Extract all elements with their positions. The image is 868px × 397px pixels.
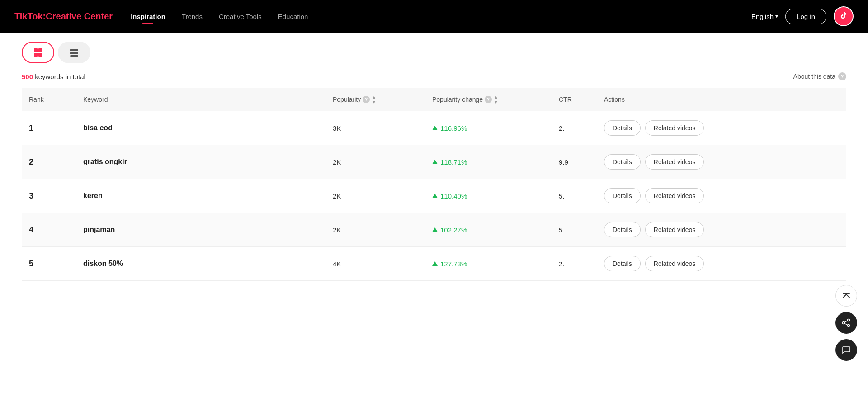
details-button-1[interactable]: Details [604,154,641,170]
count-suffix: keywords in total [33,73,85,80]
svg-rect-0 [34,48,38,52]
pop-change-value: 110.40% [440,192,467,200]
about-data-link[interactable]: About this data ? [793,72,846,80]
logo-creative-center: Creative Center [46,11,113,21]
cell-pop-change-4: 127.73% [425,260,552,268]
cell-popularity-1: 2K [326,158,425,166]
avatar-button[interactable] [834,6,854,26]
details-button-4[interactable]: Details [604,256,641,271]
scroll-top-button[interactable] [835,285,857,290]
cell-pop-change-1: 118.71% [425,158,552,166]
th-pop-change[interactable]: Popularity change ? ▲▼ [425,95,552,104]
logo: TikTok:Creative Center [14,11,113,22]
svg-rect-6 [70,55,78,57]
details-button-2[interactable]: Details [604,188,641,203]
table-icon [33,47,43,57]
cell-actions-4: Details Related videos [597,256,846,271]
related-videos-button-1[interactable]: Related videos [645,154,704,170]
cell-ctr-1: 9.9 [552,158,597,166]
cell-popularity-3: 2K [326,226,425,234]
cell-rank-3: 4 [22,225,76,235]
pop-change-value: 127.73% [440,260,467,268]
cell-keyword-1: gratis ongkir [76,158,326,166]
pop-change-sort-icon[interactable]: ▲▼ [494,95,498,104]
popularity-info-icon: ? [363,96,370,103]
cell-pop-change-2: 110.40% [425,192,552,200]
up-arrow-icon [432,227,438,232]
cell-actions-1: Details Related videos [597,154,846,170]
pop-change-info-icon: ? [485,96,492,103]
cell-pop-change-0: 116.96% [425,124,552,132]
header-right: English ▾ Log in [751,6,854,26]
keywords-count-row: 500 keywords in total About this data ? [22,72,846,80]
nav-item-creative-tools[interactable]: Creative Tools [219,13,262,20]
up-arrow-icon [432,160,438,164]
cell-ctr-4: 2. [552,260,597,268]
th-popularity[interactable]: Popularity ? ▲▼ [326,95,425,104]
related-videos-button-4[interactable]: Related videos [645,256,704,271]
pop-change-value: 116.96% [440,124,467,132]
details-button-3[interactable]: Details [604,222,641,237]
svg-rect-3 [38,53,42,57]
table-row: 5 diskon 50% 4K 127.73% 2. Details Relat… [22,247,846,281]
svg-rect-2 [34,53,38,57]
nav-item-inspiration[interactable]: Inspiration [131,13,165,20]
related-videos-button-2[interactable]: Related videos [645,188,704,203]
language-button[interactable]: English ▾ [751,13,778,20]
table-row: 3 keren 2K 110.40% 5. Details Related vi… [22,179,846,213]
login-button[interactable]: Log in [785,9,826,24]
cell-keyword-4: diskon 50% [76,260,326,268]
card-icon [69,47,79,57]
table-row: 2 gratis ongkir 2K 118.71% 9.9 Details R… [22,145,846,179]
popularity-sort-icon[interactable]: ▲▼ [372,95,376,104]
pop-change-value: 102.27% [440,226,467,234]
cell-popularity-0: 3K [326,124,425,132]
count-number: 500 [22,73,33,80]
tiktok-logo-icon [839,11,849,21]
cell-ctr-0: 2. [552,124,597,132]
th-keyword: Keyword [76,95,326,104]
details-button-0[interactable]: Details [604,120,641,136]
svg-rect-1 [38,48,42,52]
svg-rect-4 [70,49,78,51]
cell-keyword-2: keren [76,192,326,200]
th-ctr: CTR [552,95,597,104]
cell-actions-0: Details Related videos [597,120,846,136]
table-row: 1 bisa cod 3K 116.96% 2. Details Related… [22,111,846,145]
related-videos-button-0[interactable]: Related videos [645,120,704,136]
cell-rank-4: 5 [22,259,76,269]
header: TikTok:Creative Center Inspiration Trend… [0,0,868,33]
up-arrow-icon [432,194,438,198]
floating-buttons [835,285,857,290]
up-arrow-icon [432,126,438,130]
cell-actions-2: Details Related videos [597,188,846,203]
cell-popularity-4: 4K [326,260,425,268]
cell-pop-change-3: 102.27% [425,226,552,234]
logo-tiktok: TikTok [14,11,43,21]
table-view-button[interactable] [22,42,54,63]
nav-item-trends[interactable]: Trends [182,13,203,20]
info-icon: ? [838,72,846,80]
pop-change-value: 118.71% [440,158,467,166]
cell-keyword-0: bisa cod [76,124,326,132]
main-nav: Inspiration Trends Creative Tools Educat… [131,13,733,20]
about-data-label: About this data [793,73,835,80]
main-content: 500 keywords in total About this data ? … [0,33,868,290]
nav-item-education[interactable]: Education [278,13,308,20]
table-header: Rank Keyword Popularity ? ▲▼ Popularity … [22,88,846,111]
table-row: 4 pinjaman 2K 102.27% 5. Details Related… [22,213,846,247]
cell-ctr-2: 5. [552,192,597,200]
th-actions: Actions [597,95,846,104]
card-view-button[interactable] [58,42,90,63]
keywords-total: 500 keywords in total [22,73,85,80]
language-label: English [751,13,774,20]
table-body: 1 bisa cod 3K 116.96% 2. Details Related… [22,111,846,281]
related-videos-button-3[interactable]: Related videos [645,222,704,237]
svg-rect-5 [70,52,78,54]
up-arrow-icon [432,261,438,266]
cell-rank-2: 3 [22,191,76,201]
view-toggle [22,42,846,63]
cell-rank-1: 2 [22,157,76,167]
cell-actions-3: Details Related videos [597,222,846,237]
cell-keyword-3: pinjaman [76,226,326,234]
